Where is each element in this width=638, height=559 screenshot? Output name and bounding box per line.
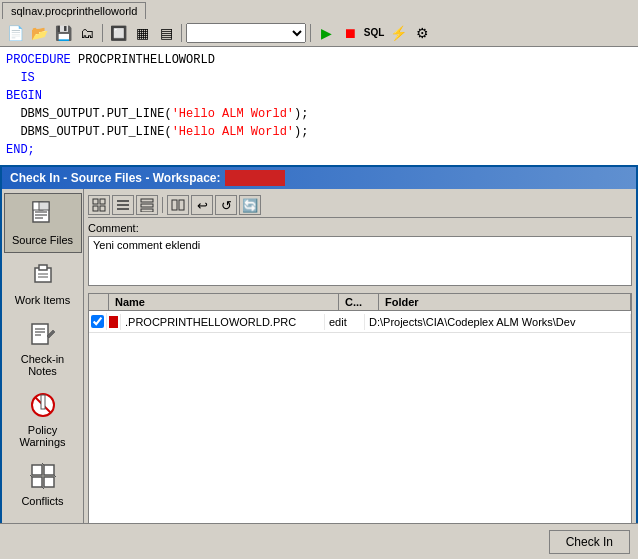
config-button[interactable]: ⚙ [411, 22, 433, 44]
tool-1[interactable]: 🔲 [107, 22, 129, 44]
code-line-6: END; [6, 141, 632, 159]
conflicts-icon [29, 462, 57, 493]
sidebar-item-policy-warnings[interactable]: Policy Warnings [4, 384, 82, 455]
svg-rect-2 [39, 202, 49, 210]
file-table: Name C... Folder .PROCPRINTHELLOWORLD.PR… [88, 293, 632, 553]
sidebar-item-check-in-notes[interactable]: Check-in Notes [4, 313, 82, 384]
save-button[interactable]: 💾 [52, 22, 74, 44]
dialog-body: Source Files Work Items [2, 189, 636, 557]
svg-rect-20 [44, 477, 54, 487]
checkin-dialog: Check In - Source Files - Workspace: Sou… [0, 165, 638, 559]
check-in-button[interactable]: Check In [549, 530, 630, 554]
main-content: ↩ ↺ 🔄 Comment: Name C... Folder [84, 189, 636, 557]
svg-rect-7 [39, 265, 47, 270]
row-operation: edit [325, 314, 365, 330]
svg-rect-25 [93, 199, 98, 204]
tool-3[interactable]: ▤ [155, 22, 177, 44]
svg-rect-19 [32, 477, 42, 487]
tab-label: sqlnav.procprinthelloworld [11, 5, 137, 17]
undo-button[interactable]: ↩ [191, 195, 213, 215]
policy-warnings-label: Policy Warnings [7, 424, 79, 448]
th-name: Name [109, 294, 339, 310]
detail-view-button[interactable] [136, 195, 158, 215]
table-header: Name C... Folder [89, 294, 631, 311]
check-in-notes-icon [29, 320, 57, 351]
code-line-2: IS [6, 69, 632, 87]
tab-bar: sqlnav.procprinthelloworld [0, 0, 638, 19]
workspace-name [225, 170, 285, 186]
work-items-label: Work Items [15, 294, 70, 306]
th-checkbox [89, 294, 109, 310]
new-button[interactable]: 📄 [4, 22, 26, 44]
run-button[interactable]: ▶ [315, 22, 337, 44]
sidebar-item-work-items[interactable]: Work Items [4, 253, 82, 313]
svg-rect-17 [32, 465, 42, 475]
sidebar-item-source-files[interactable]: Source Files [4, 193, 82, 253]
list-view-button[interactable] [112, 195, 134, 215]
svg-rect-32 [141, 199, 153, 202]
undo-all-button[interactable]: ↺ [215, 195, 237, 215]
code-line-1: PROCEDURE PROCPRINTHELLOWORLD [6, 51, 632, 69]
svg-rect-10 [32, 324, 48, 344]
row-color [107, 314, 121, 330]
row-folder: D:\Projects\CIA\Codeplex ALM Works\Dev [365, 314, 631, 330]
row-checkbox[interactable] [89, 313, 107, 330]
th-operation: C... [339, 294, 379, 310]
comment-section: Comment: [88, 222, 632, 289]
dialog-title-text: Check In - Source Files - Workspace: [10, 171, 221, 185]
main-toolbar: 📄 📂 💾 🗂 🔲 ▦ ▤ ▶ ⏹ SQL ⚡ ⚙ [0, 19, 638, 47]
table-row[interactable]: .PROCPRINTHELLOWORLD.PRC edit D:\Project… [89, 311, 631, 333]
stop-button[interactable]: ⏹ [339, 22, 361, 44]
sidebar: Source Files Work Items [2, 189, 84, 557]
source-files-label: Source Files [12, 234, 73, 246]
schema-select[interactable] [186, 23, 306, 43]
svg-rect-34 [141, 209, 153, 212]
code-line-5: DBMS_OUTPUT.PUT_LINE('Hello ALM World'); [6, 123, 632, 141]
source-files-icon [29, 200, 57, 232]
svg-rect-33 [141, 204, 153, 207]
sep-3 [310, 24, 311, 42]
dialog-footer: Check In [0, 523, 638, 559]
file-checkbox[interactable] [91, 315, 104, 328]
svg-rect-26 [100, 199, 105, 204]
check-in-notes-label: Check-in Notes [7, 353, 79, 377]
svg-rect-36 [179, 200, 184, 210]
code-line-3: BEGIN [6, 87, 632, 105]
sep-2 [181, 24, 182, 42]
filter-button[interactable] [88, 195, 110, 215]
tool-2[interactable]: ▦ [131, 22, 153, 44]
svg-rect-28 [100, 206, 105, 211]
svg-rect-18 [44, 465, 54, 475]
conflicts-label: Conflicts [21, 495, 63, 507]
refresh-button[interactable]: 🔄 [239, 195, 261, 215]
comment-input[interactable] [88, 236, 632, 286]
comment-label: Comment: [88, 222, 632, 234]
sql-button[interactable]: SQL [363, 22, 385, 44]
inner-sep-1 [162, 197, 163, 213]
exec-button[interactable]: ⚡ [387, 22, 409, 44]
editor-tab[interactable]: sqlnav.procprinthelloworld [2, 2, 146, 19]
compare-button[interactable] [167, 195, 189, 215]
th-folder: Folder [379, 294, 631, 310]
sidebar-item-conflicts[interactable]: Conflicts [4, 455, 82, 514]
open-button[interactable]: 📂 [28, 22, 50, 44]
sep-1 [102, 24, 103, 42]
file-color-indicator [109, 316, 118, 328]
row-filename: .PROCPRINTHELLOWORLD.PRC [121, 314, 325, 330]
work-items-icon [29, 260, 57, 292]
svg-rect-27 [93, 206, 98, 211]
svg-rect-16 [41, 395, 45, 409]
code-line-4: DBMS_OUTPUT.PUT_LINE('Hello ALM World'); [6, 105, 632, 123]
inner-toolbar: ↩ ↺ 🔄 [88, 193, 632, 218]
save-all-button[interactable]: 🗂 [76, 22, 98, 44]
dialog-title-bar: Check In - Source Files - Workspace: [2, 167, 636, 189]
svg-rect-35 [172, 200, 177, 210]
policy-warnings-icon [29, 391, 57, 422]
